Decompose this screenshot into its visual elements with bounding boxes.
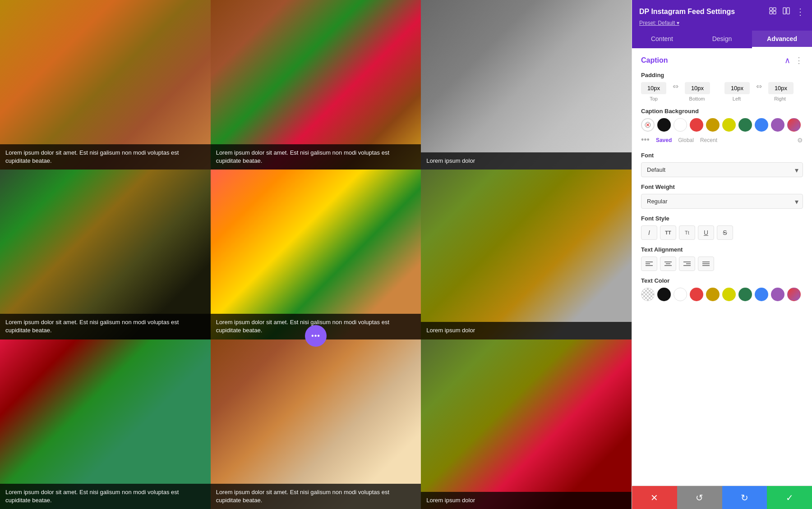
recent-tab[interactable]: Recent — [700, 137, 717, 143]
color-swatch-white[interactable] — [674, 118, 687, 132]
capitalize-button[interactable]: Tt — [679, 225, 695, 240]
floating-dots-icon: ••• — [311, 332, 320, 340]
underline-button[interactable]: U — [698, 225, 714, 240]
instagram-feed-grid: Lorem ipsum dolor sit amet. Est nisi gal… — [0, 0, 632, 509]
grid-item-6: Lorem ipsum dolor — [421, 170, 632, 339]
caption-bar-9: Lorem ipsum dolor — [421, 492, 632, 509]
svg-rect-0 — [770, 8, 772, 10]
font-style-buttons: I TT Tt U S — [641, 225, 803, 240]
link-top-bottom-icon: ⇔ — [673, 82, 678, 94]
text-color-yellow-dark-swatch[interactable] — [706, 288, 720, 301]
collapse-icon[interactable]: ∧ — [784, 55, 790, 65]
saved-tab[interactable]: Saved — [656, 137, 672, 143]
padding-left-input[interactable] — [728, 85, 746, 92]
uppercase-button[interactable]: TT — [660, 225, 676, 240]
padding-top-input[interactable] — [645, 85, 663, 92]
color-swatch-gradient[interactable] — [787, 118, 801, 132]
undo-button[interactable]: ↺ — [677, 486, 722, 509]
more-options-icon[interactable]: ⋮ — [796, 6, 805, 17]
font-weight-select[interactable]: Regular — [641, 194, 803, 209]
caption-text-2: Lorem ipsum dolor sit amet. Est nisi gal… — [216, 149, 389, 164]
padding-top-wrap — [641, 82, 666, 94]
svg-rect-3 — [773, 11, 776, 14]
padding-right-input[interactable] — [772, 85, 790, 92]
font-weight-select-wrapper: Regular — [641, 194, 803, 209]
padding-right-wrap — [768, 82, 794, 94]
section-title: Caption — [641, 56, 668, 64]
grid-item-4: Lorem ipsum dolor sit amet. Est nisi gal… — [0, 170, 211, 339]
tab-content[interactable]: Content — [632, 31, 692, 48]
color-swatch-purple[interactable] — [771, 118, 784, 132]
cancel-button[interactable]: ✕ — [632, 486, 677, 509]
text-color-label: Text Color — [641, 277, 803, 284]
confirm-button[interactable]: ✓ — [767, 486, 812, 509]
text-color-swatches — [641, 288, 803, 301]
grid-item-1: Lorem ipsum dolor sit amet. Est nisi gal… — [0, 0, 211, 170]
color-swatch-black[interactable] — [657, 118, 671, 132]
color-swatch-green[interactable] — [738, 118, 752, 132]
caption-section: Caption ∧ ⋮ Padding ⇔ — [632, 48, 812, 312]
text-color-gradient-swatch[interactable] — [787, 288, 801, 301]
strikethrough-button[interactable]: S — [717, 225, 733, 240]
panel-header: DP Instagram Feed Settings ⋮ Preset: Def… — [632, 0, 812, 31]
color-picker-swatch[interactable] — [641, 118, 655, 132]
settings-panel: DP Instagram Feed Settings ⋮ Preset: Def… — [632, 0, 812, 509]
text-color-purple-swatch[interactable] — [771, 288, 784, 301]
svg-rect-2 — [770, 11, 772, 14]
expand-icon[interactable] — [769, 7, 777, 17]
caption-text-4: Lorem ipsum dolor sit amet. Est nisi gal… — [5, 319, 179, 334]
color-swatch-yellow-dark[interactable] — [706, 118, 720, 132]
padding-labels-row: Top Bottom Left Right — [641, 96, 803, 101]
color-swatch-red[interactable] — [690, 118, 703, 132]
text-color-yellow-swatch[interactable] — [722, 288, 736, 301]
color-settings-icon[interactable]: ⚙ — [797, 137, 803, 144]
text-color-black-swatch[interactable] — [657, 288, 671, 301]
preset-label[interactable]: Preset: Default ▾ — [639, 20, 805, 26]
color-swatch-yellow[interactable] — [722, 118, 736, 132]
caption-text-9: Lorem ipsum dolor — [426, 497, 475, 504]
align-left-button[interactable] — [641, 257, 657, 271]
color-tabs-dots[interactable]: ••• — [641, 135, 650, 145]
section-header-actions: ∧ ⋮ — [784, 55, 803, 65]
tab-advanced[interactable]: Advanced — [752, 31, 812, 48]
text-color-green-swatch[interactable] — [738, 288, 752, 301]
text-alignment-buttons — [641, 257, 803, 271]
global-tab[interactable]: Global — [678, 137, 694, 143]
link-left-right-icon: ⇔ — [756, 82, 762, 94]
section-more-icon[interactable]: ⋮ — [795, 55, 803, 65]
font-select[interactable]: Default — [641, 162, 803, 177]
grid-item-5: Lorem ipsum dolor sit amet. Est nisi gal… — [211, 170, 421, 339]
redo-icon: ↻ — [741, 492, 748, 503]
tab-design[interactable]: Design — [692, 31, 752, 48]
caption-text-3: Lorem ipsum dolor — [426, 157, 475, 164]
italic-button[interactable]: I — [641, 225, 657, 240]
color-swatch-blue[interactable] — [755, 118, 768, 132]
text-color-blue-swatch[interactable] — [755, 288, 768, 301]
caption-bar-3: Lorem ipsum dolor — [421, 152, 632, 170]
padding-bottom-input[interactable] — [688, 85, 706, 92]
left-label: Left — [724, 96, 749, 101]
top-label: Top — [641, 96, 666, 101]
panel-header-icons: ⋮ — [769, 6, 805, 17]
caption-bar-8: Lorem ipsum dolor sit amet. Est nisi gal… — [211, 484, 421, 509]
caption-text-7: Lorem ipsum dolor sit amet. Est nisi gal… — [5, 489, 179, 504]
text-color-red-swatch[interactable] — [690, 288, 703, 301]
padding-inputs-row: ⇔ ⇔ — [641, 82, 803, 94]
svg-rect-5 — [787, 8, 789, 14]
grid-item-9: Lorem ipsum dolor — [421, 339, 632, 509]
align-right-button[interactable] — [679, 257, 695, 271]
text-color-transparent-swatch[interactable] — [641, 288, 655, 301]
right-label: Right — [767, 96, 793, 101]
text-color-white-swatch[interactable] — [674, 288, 687, 301]
padding-label: Padding — [641, 72, 803, 78]
redo-button[interactable]: ↻ — [722, 486, 767, 509]
grid-item-8: Lorem ipsum dolor sit amet. Est nisi gal… — [211, 339, 421, 509]
font-style-label: Font Style — [641, 215, 803, 222]
align-center-button[interactable] — [660, 257, 676, 271]
align-justify-button[interactable] — [698, 257, 714, 271]
floating-more-button[interactable]: ••• — [305, 325, 327, 347]
caption-text-6: Lorem ipsum dolor — [426, 327, 475, 334]
font-label: Font — [641, 152, 803, 159]
section-header: Caption ∧ ⋮ — [641, 55, 803, 65]
split-view-icon[interactable] — [782, 7, 790, 17]
